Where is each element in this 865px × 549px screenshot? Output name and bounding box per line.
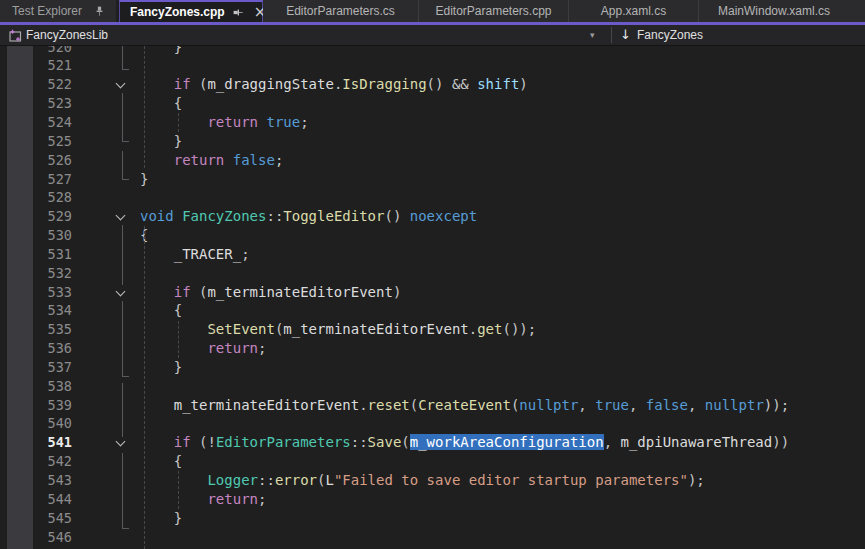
code-line-row: 520 } <box>0 46 865 56</box>
fold-chevron-icon[interactable] <box>116 211 126 221</box>
line-number[interactable]: 536 <box>0 339 75 358</box>
code-line[interactable]: } <box>140 132 865 151</box>
tab-mainwindow-xaml-cs[interactable]: MainWindow.xaml.cs <box>699 0 849 22</box>
code-token <box>140 340 207 356</box>
project-dropdown[interactable]: FancyZonesLib <box>26 28 108 42</box>
pin-icon[interactable] <box>232 6 245 19</box>
code-line[interactable]: return true; <box>140 113 865 132</box>
line-number[interactable]: 534 <box>0 301 75 320</box>
code-line[interactable]: m_terminateEditorEvent.reset(CreateEvent… <box>140 396 865 415</box>
code-line[interactable]: _TRACER_; <box>140 245 865 264</box>
code-line[interactable]: { <box>140 226 865 245</box>
code-line[interactable]: SetEvent(m_terminateEditorEvent.get()); <box>140 320 865 339</box>
tab-label: FancyZones.cpp <box>130 5 225 19</box>
line-number[interactable]: 527 <box>0 170 75 189</box>
code-line[interactable]: { <box>140 452 865 471</box>
fold-chevron-icon[interactable] <box>116 79 126 89</box>
line-number[interactable]: 541 <box>0 433 75 452</box>
code-line[interactable]: return; <box>140 339 865 358</box>
code-line-row: 534 { <box>0 301 865 320</box>
member-dropdown[interactable]: FancyZones <box>637 28 703 42</box>
line-number[interactable]: 531 <box>0 245 75 264</box>
line-number[interactable]: 540 <box>0 414 75 433</box>
code-line-row: 542 { <box>0 452 865 471</box>
code-token <box>140 491 207 507</box>
code-line[interactable]: } <box>140 170 865 189</box>
code-line[interactable]: } <box>140 509 865 528</box>
line-number[interactable]: 526 <box>0 151 75 170</box>
line-number[interactable]: 529 <box>0 207 75 226</box>
line-number[interactable]: 544 <box>0 490 75 509</box>
navbar-separator <box>611 27 612 43</box>
line-number[interactable]: 535 <box>0 320 75 339</box>
code-token: Save <box>368 434 402 450</box>
line-number[interactable]: 520 <box>0 46 75 56</box>
pin-icon[interactable] <box>93 5 106 18</box>
code-line-row: 545 } <box>0 509 865 528</box>
code-token: shift <box>477 76 519 92</box>
fold-margin <box>75 433 140 452</box>
line-number[interactable]: 524 <box>0 113 75 132</box>
tab-editorparameters-cs[interactable]: EditorParameters.cs <box>263 0 419 22</box>
line-number[interactable]: 521 <box>0 56 75 75</box>
tab-editorparameters-cpp[interactable]: EditorParameters.cpp <box>419 0 569 22</box>
fold-extent-line <box>122 383 123 437</box>
line-number[interactable]: 543 <box>0 471 75 490</box>
code-line[interactable]: if (m_draggingState.IsDragging() && shif… <box>140 75 865 94</box>
code-token: :: <box>258 472 275 488</box>
fold-chevron-icon[interactable] <box>116 437 126 447</box>
tab-label: MainWindow.xaml.cs <box>718 4 830 18</box>
code-token: ( <box>191 284 208 300</box>
code-token: , <box>629 397 646 413</box>
code-line[interactable]: { <box>140 94 865 113</box>
line-number[interactable]: 538 <box>0 377 75 396</box>
tab-app-xaml-cs[interactable]: App.xaml.cs <box>569 0 699 22</box>
line-number[interactable]: 546 <box>0 528 75 547</box>
code-line[interactable]: return; <box>140 490 865 509</box>
fold-extent-line <box>122 151 123 179</box>
code-line-row: 533 if (m_terminateEditorEvent) <box>0 283 865 302</box>
code-line[interactable]: if (!EditorParameters::Save(m_workAreaCo… <box>140 433 865 452</box>
code-line[interactable]: } <box>140 46 865 56</box>
fold-margin <box>75 207 140 226</box>
fold-extent-line <box>122 93 123 141</box>
code-token: ) <box>393 284 401 300</box>
code-editor[interactable]: 520 }521522 if (m_draggingState.IsDraggi… <box>0 46 865 549</box>
code-token: void <box>140 208 174 224</box>
line-number[interactable]: 525 <box>0 132 75 151</box>
code-token: "Failed to save editor startup parameter… <box>334 472 688 488</box>
line-number[interactable]: 537 <box>0 358 75 377</box>
code-token: ()); <box>502 321 536 337</box>
code-token: error <box>275 472 317 488</box>
code-line[interactable]: return false; <box>140 151 865 170</box>
code-token <box>224 152 232 168</box>
code-token: reset <box>368 397 410 413</box>
chevron-down-icon[interactable]: ▾ <box>590 30 595 40</box>
code-line[interactable]: } <box>140 358 865 377</box>
code-line[interactable]: Logger::error(L"Failed to save editor st… <box>140 471 865 490</box>
code-line-row: 522 if (m_draggingState.IsDragging() && … <box>0 75 865 94</box>
line-number[interactable]: 530 <box>0 226 75 245</box>
line-number[interactable]: 539 <box>0 396 75 415</box>
code-line[interactable]: if (m_terminateEditorEvent) <box>140 283 865 302</box>
code-token: { <box>140 453 182 469</box>
line-number[interactable]: 545 <box>0 509 75 528</box>
line-number[interactable]: 532 <box>0 264 75 283</box>
line-number[interactable]: 533 <box>0 283 75 302</box>
code-token <box>140 472 207 488</box>
code-line[interactable]: { <box>140 301 865 320</box>
line-number[interactable]: 522 <box>0 75 75 94</box>
code-token: return <box>207 340 258 356</box>
code-token: } <box>140 46 182 55</box>
code-token: return <box>207 491 258 507</box>
code-token: :: <box>351 434 368 450</box>
code-token: if <box>174 76 191 92</box>
line-number[interactable]: 528 <box>0 188 75 207</box>
line-number[interactable]: 523 <box>0 94 75 113</box>
fold-chevron-icon[interactable] <box>116 286 126 296</box>
code-line[interactable]: void FancyZones::ToggleEditor() noexcept <box>140 207 865 226</box>
tab-fancyzones-cpp[interactable]: FancyZones.cpp × <box>119 0 263 22</box>
code-line-row: 546 <box>0 528 865 547</box>
tab-test-explorer[interactable]: Test Explorer <box>0 0 119 22</box>
line-number[interactable]: 542 <box>0 452 75 471</box>
